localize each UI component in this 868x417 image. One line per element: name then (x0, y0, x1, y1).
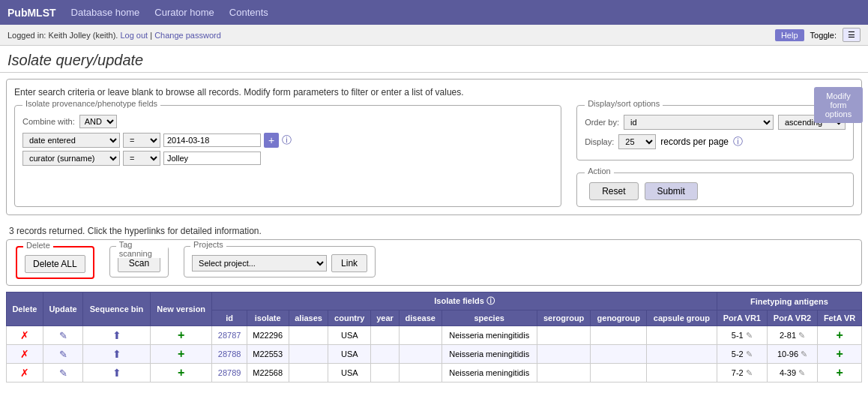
id-link-2[interactable]: 28789 (218, 368, 241, 377)
porA-VR1-edit-icon-2[interactable]: ✎ (746, 368, 753, 377)
display-label: Display: (585, 137, 614, 146)
brand-logo: PubMLST (7, 7, 56, 19)
cell-delete-0[interactable]: ✗ (7, 326, 43, 345)
nav-contents[interactable]: Contents (223, 4, 274, 20)
cell-delete-2[interactable]: ✗ (7, 364, 43, 382)
link-button[interactable]: Link (331, 254, 367, 272)
newversion-icon-1[interactable]: + (178, 347, 184, 360)
col-header-seqbin: Sequence bin (83, 292, 151, 326)
id-link-0[interactable]: 28787 (218, 331, 241, 340)
cell-year-0 (371, 326, 400, 345)
cell-fetA-VR-1[interactable]: + (818, 345, 862, 364)
cell-newver-0[interactable]: + (150, 326, 212, 345)
id-link-1[interactable]: 28788 (218, 350, 241, 358)
fetA-VR-add-icon-1[interactable]: + (836, 347, 843, 360)
action-legend: Action (585, 166, 614, 176)
login-bar-right: Help Toggle: ☰ (775, 28, 861, 42)
provenance-fields-box: Isolate provenance/phenotype fields Comb… (14, 105, 561, 207)
tag-scanning-section: Tag scanning Scan (109, 246, 169, 278)
delete-legend: Delete (23, 241, 53, 250)
field-select-2[interactable]: curator (surname) (22, 151, 120, 166)
records-per-page-label: records per page (660, 136, 729, 147)
cell-seqbin-2[interactable]: ⬆ (83, 364, 151, 382)
cell-porA-VR1-0: 5-1 ✎ (717, 326, 767, 345)
cell-genogroup-1 (591, 345, 647, 364)
porA-VR2-edit-icon-2[interactable]: ✎ (798, 368, 805, 377)
combine-select[interactable]: AND OR (79, 115, 117, 128)
delete-icon-2[interactable]: ✗ (20, 367, 29, 379)
reset-button[interactable]: Reset (589, 182, 638, 200)
col-capsule-group: capsule group (647, 310, 717, 326)
col-porA-VR2: PorA VR2 (767, 310, 817, 326)
upload-icon-1[interactable]: ⬆ (112, 348, 121, 360)
fetA-VR-add-icon-0[interactable]: + (836, 328, 843, 341)
cell-edit-1[interactable]: ✎ (43, 345, 82, 364)
criteria-row-1: date entered = + ⓘ (22, 133, 553, 148)
add-criteria-button[interactable]: + (264, 133, 279, 148)
right-column: Display/sort options Order by: id ascend… (576, 105, 854, 207)
cell-delete-1[interactable]: ✗ (7, 345, 43, 364)
cell-fetA-VR-0[interactable]: + (818, 326, 862, 345)
cell-edit-2[interactable]: ✎ (43, 364, 82, 382)
toggle-button[interactable]: ☰ (843, 28, 861, 42)
help-button[interactable]: Help (775, 29, 804, 41)
cell-newver-1[interactable]: + (150, 345, 212, 364)
operator-select-1[interactable]: = (123, 133, 160, 148)
value-input-1[interactable] (163, 134, 261, 147)
info-icon-1[interactable]: ⓘ (282, 134, 292, 147)
upload-icon-2[interactable]: ⬆ (112, 367, 121, 379)
upload-icon-0[interactable]: ⬆ (112, 329, 121, 341)
cell-year-1 (371, 345, 400, 364)
cell-porA-VR1-2: 7-2 ✎ (717, 364, 767, 382)
nav-database-home[interactable]: Database home (65, 4, 146, 20)
delete-all-button[interactable]: Delete ALL (25, 255, 85, 273)
value-input-2[interactable] (163, 152, 261, 165)
top-navigation: PubMLST Database home Curator home Conte… (0, 0, 868, 25)
newversion-icon-2[interactable]: + (178, 366, 184, 379)
form-columns: Isolate provenance/phenotype fields Comb… (14, 105, 854, 207)
edit-icon-2[interactable]: ✎ (59, 368, 67, 379)
cell-porA-VR1-1: 5-2 ✎ (717, 345, 767, 364)
projects-section: Projects Select project... Link (184, 246, 376, 278)
col-header-update: Update (43, 292, 82, 326)
info-icon-display[interactable]: ⓘ (733, 135, 743, 148)
edit-icon-1[interactable]: ✎ (59, 349, 67, 360)
col-header-newversion: New version (150, 292, 212, 326)
logout-link[interactable]: Log out (120, 31, 148, 40)
col-id: id (212, 310, 247, 326)
submit-button[interactable]: Submit (645, 182, 698, 200)
nav-curator-home[interactable]: Curator home (148, 4, 220, 20)
modify-form-button[interactable]: Modify form options (814, 87, 863, 123)
change-password-link[interactable]: Change password (154, 31, 221, 40)
cell-serogroup-1 (537, 345, 591, 364)
porA-VR2-edit-icon-1[interactable]: ✎ (801, 350, 807, 358)
porA-VR1-edit-icon-0[interactable]: ✎ (746, 331, 753, 340)
porA-VR1-edit-icon-1[interactable]: ✎ (746, 350, 753, 358)
cell-newver-2[interactable]: + (150, 364, 212, 382)
combine-label: Combine with: (22, 117, 75, 126)
search-form: Enter search criteria or leave blank to … (6, 79, 862, 215)
cell-fetA-VR-2[interactable]: + (818, 364, 862, 382)
table-row: ✗ ✎ ⬆ + 28787 M22296 USA Neisseria menin… (7, 326, 862, 345)
cell-edit-0[interactable]: ✎ (43, 326, 82, 345)
field-select-1[interactable]: date entered (22, 133, 120, 148)
col-country: country (328, 310, 371, 326)
combine-row: Combine with: AND OR (22, 115, 553, 128)
col-fetA-VR: FetA VR (818, 310, 862, 326)
fetA-VR-add-icon-2[interactable]: + (836, 366, 843, 379)
edit-icon-0[interactable]: ✎ (59, 330, 67, 341)
table-row: ✗ ✎ ⬆ + 28789 M22568 USA Neisseria menin… (7, 364, 862, 382)
porA-VR2-edit-icon-0[interactable]: ✎ (798, 331, 805, 340)
cell-seqbin-0[interactable]: ⬆ (83, 326, 151, 345)
project-select[interactable]: Select project... (192, 255, 327, 272)
delete-icon-0[interactable]: ✗ (20, 329, 29, 341)
order-by-select[interactable]: id (624, 115, 774, 130)
cell-seqbin-1[interactable]: ⬆ (83, 345, 151, 364)
newversion-icon-0[interactable]: + (178, 328, 184, 341)
cell-capsule-1 (647, 345, 717, 364)
display-per-page-select[interactable]: 10 25 50 100 200 (618, 134, 656, 149)
cell-species-2: Neisseria meningitidis (441, 364, 537, 382)
cell-capsule-2 (647, 364, 717, 382)
delete-icon-1[interactable]: ✗ (20, 348, 29, 360)
operator-select-2[interactable]: = (123, 151, 160, 166)
